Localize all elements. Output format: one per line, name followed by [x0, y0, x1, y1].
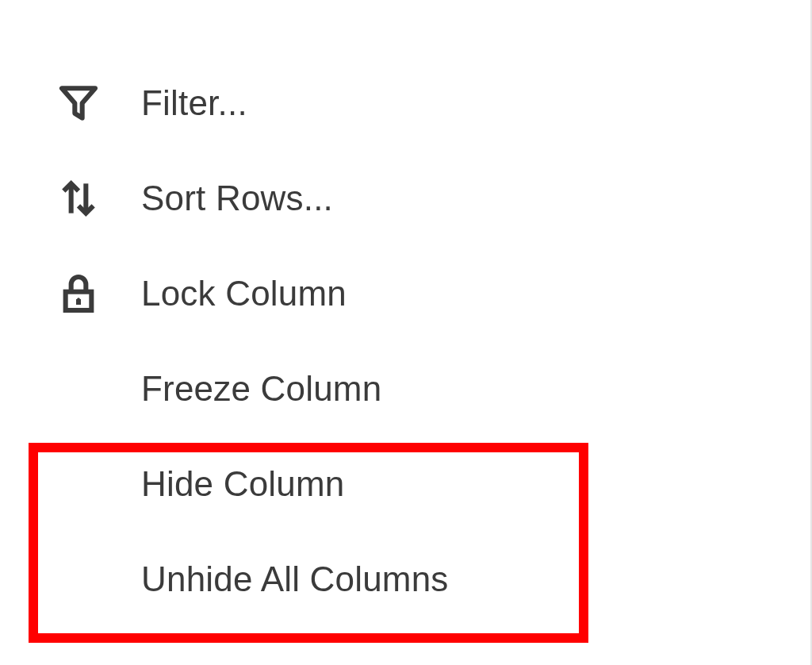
no-icon: [54, 364, 103, 413]
menu-item-hide-column[interactable]: Hide Column: [54, 436, 449, 532]
lock-icon: [54, 269, 103, 318]
filter-icon: [54, 79, 103, 128]
menu-item-filter[interactable]: Filter...: [54, 56, 449, 151]
menu-item-unhide-all-columns[interactable]: Unhide All Columns: [54, 532, 449, 627]
menu-item-label: Freeze Column: [141, 369, 381, 409]
menu-item-sort-rows[interactable]: Sort Rows...: [54, 151, 449, 246]
menu-item-lock-column[interactable]: Lock Column: [54, 246, 449, 341]
menu-item-label: Unhide All Columns: [141, 559, 449, 599]
menu-item-freeze-column[interactable]: Freeze Column: [54, 341, 449, 436]
sort-icon: [54, 174, 103, 223]
column-context-menu: Filter... Sort Rows... Lock Column Freez…: [54, 56, 449, 627]
menu-item-label: Filter...: [141, 83, 247, 123]
menu-item-label: Sort Rows...: [141, 179, 333, 218]
menu-item-label: Hide Column: [141, 464, 345, 504]
no-icon: [54, 555, 103, 604]
no-icon: [54, 459, 103, 509]
menu-item-label: Lock Column: [141, 274, 347, 313]
